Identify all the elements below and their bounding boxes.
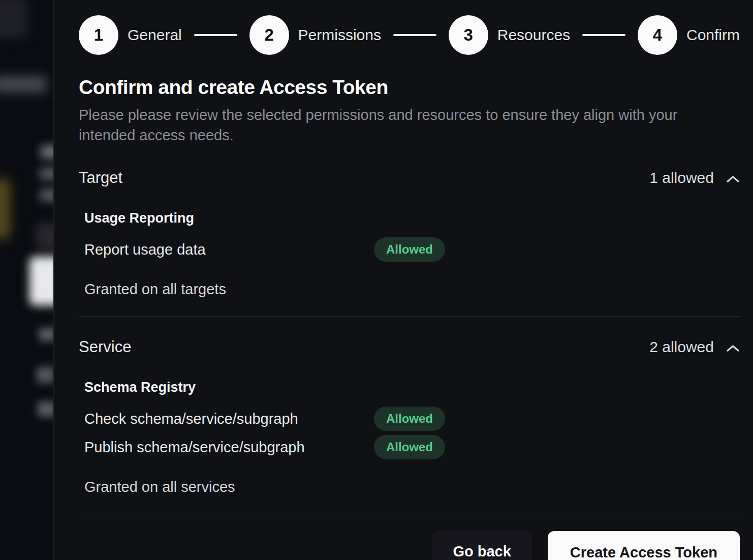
permission-row: Publish schema/service/subgraph Allowed bbox=[84, 435, 740, 459]
service-section-header: Service 2 allowed bbox=[79, 338, 740, 356]
go-back-button[interactable]: Go back bbox=[432, 531, 531, 560]
target-section-title: Target bbox=[79, 169, 122, 187]
step-1-circle: 1 bbox=[79, 15, 118, 55]
permission-label: Check schema/service/subgraph bbox=[84, 411, 374, 427]
target-section-toggle[interactable]: 1 allowed bbox=[649, 169, 740, 186]
step-confirm[interactable]: 4 Confirm bbox=[638, 15, 740, 55]
permission-label: Publish schema/service/subgraph bbox=[84, 439, 374, 456]
blurred-accent-element bbox=[0, 179, 9, 239]
section-divider bbox=[79, 316, 740, 317]
chevron-up-icon bbox=[726, 175, 740, 183]
step-resources[interactable]: 3 Resources bbox=[449, 15, 570, 55]
status-badge: Allowed bbox=[374, 407, 445, 431]
stepper-connector bbox=[194, 34, 237, 36]
permission-row: Check schema/service/subgraph Allowed bbox=[84, 407, 740, 431]
stepper-connector bbox=[393, 34, 436, 36]
chevron-up-icon bbox=[726, 344, 740, 353]
permission-row: Report usage data Allowed bbox=[84, 237, 740, 262]
service-granted-note: Granted on all services bbox=[79, 479, 740, 495]
background-page-strip bbox=[0, 0, 53, 560]
blurred-app-logo bbox=[0, 0, 28, 39]
create-access-token-button[interactable]: Create Access Token bbox=[548, 531, 740, 560]
status-badge: Allowed bbox=[374, 435, 445, 459]
step-2-label: Permissions bbox=[298, 26, 381, 44]
usage-reporting-group: Usage Reporting Report usage data Allowe… bbox=[79, 210, 740, 262]
blurred-nav-text bbox=[0, 76, 47, 92]
step-1-label: General bbox=[128, 26, 182, 44]
blurred-text-fragment bbox=[37, 367, 55, 383]
create-access-token-dialog: 1 General 2 Permissions 3 Resources 4 Co… bbox=[53, 0, 753, 560]
target-section-header: Target 1 allowed bbox=[79, 169, 740, 187]
step-3-circle: 3 bbox=[449, 15, 488, 55]
status-badge: Allowed bbox=[374, 237, 445, 262]
step-general[interactable]: 1 General bbox=[79, 15, 182, 55]
service-section-toggle[interactable]: 2 allowed bbox=[649, 338, 740, 356]
step-4-label: Confirm bbox=[686, 26, 740, 44]
service-section-title: Service bbox=[79, 338, 131, 356]
target-granted-note: Granted on all targets bbox=[79, 281, 740, 298]
step-3-label: Resources bbox=[497, 26, 570, 44]
stepper: 1 General 2 Permissions 3 Resources 4 Co… bbox=[79, 15, 740, 55]
step-4-circle: 4 bbox=[638, 15, 677, 55]
target-allowed-count: 1 allowed bbox=[649, 169, 714, 186]
permission-label: Report usage data bbox=[84, 241, 374, 258]
step-2-circle: 2 bbox=[249, 15, 289, 55]
group-title: Usage Reporting bbox=[84, 210, 740, 226]
dialog-subtitle: Please please review the selected permis… bbox=[79, 105, 709, 145]
dialog-footer: Go back Create Access Token bbox=[79, 531, 740, 560]
step-permissions[interactable]: 2 Permissions bbox=[249, 15, 381, 55]
service-allowed-count: 2 allowed bbox=[649, 338, 714, 356]
stepper-connector bbox=[582, 34, 625, 36]
footer-divider bbox=[79, 514, 740, 514]
page-title: Confirm and create Access Token bbox=[79, 76, 740, 99]
group-title: Schema Registry bbox=[84, 380, 740, 395]
schema-registry-group: Schema Registry Check schema/service/sub… bbox=[79, 380, 740, 459]
